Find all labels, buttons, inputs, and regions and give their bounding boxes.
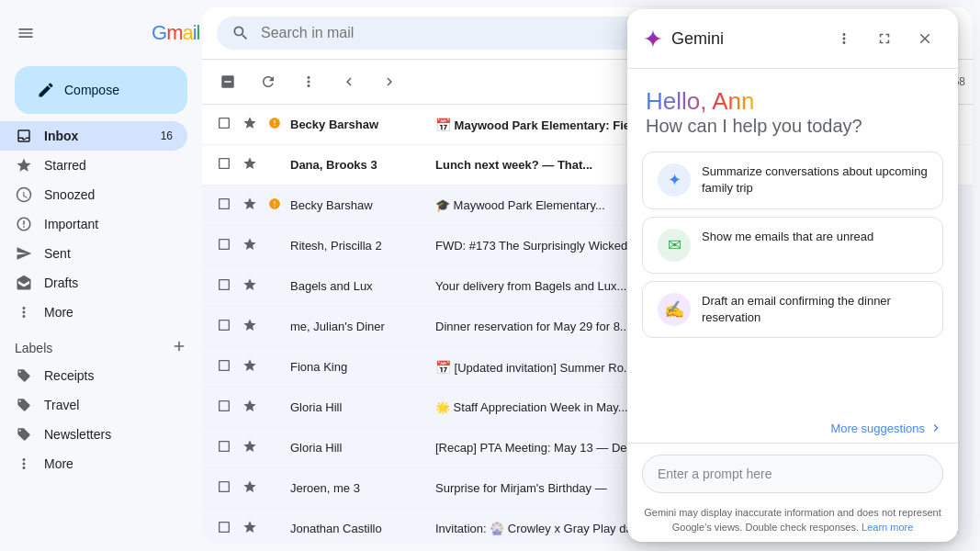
row-checkbox[interactable] bbox=[217, 116, 235, 133]
row-checkbox[interactable] bbox=[217, 197, 235, 214]
gemini-subtitle: How can I help you today? bbox=[646, 116, 940, 137]
prev-page-button[interactable] bbox=[331, 63, 367, 100]
star-button[interactable] bbox=[242, 156, 261, 174]
email-sender: Ritesh, Priscilla 2 bbox=[290, 239, 428, 253]
add-label-button[interactable] bbox=[171, 338, 187, 357]
more-labels-label: More bbox=[44, 456, 73, 471]
gemini-close-button[interactable] bbox=[907, 20, 943, 57]
star-button[interactable] bbox=[242, 439, 261, 456]
row-checkbox[interactable] bbox=[217, 358, 235, 376]
suggestion-card-2[interactable]: ✉ Show me emails that are unread bbox=[642, 217, 943, 274]
gemini-expand-button[interactable] bbox=[866, 20, 903, 57]
sidebar-item-drafts[interactable]: Drafts bbox=[0, 268, 187, 298]
suggestions-area: ✦ Summarize conversations about upcoming… bbox=[627, 144, 958, 417]
travel-label: Travel bbox=[44, 398, 79, 412]
suggestion-icon-3: ✍ bbox=[658, 293, 691, 326]
important-icon bbox=[268, 117, 283, 132]
row-checkbox[interactable] bbox=[217, 237, 235, 254]
star-button[interactable] bbox=[242, 277, 261, 295]
star-button[interactable] bbox=[242, 197, 261, 214]
receipts-label: Receipts bbox=[44, 368, 94, 383]
row-checkbox[interactable] bbox=[217, 479, 235, 497]
sidebar-item-sent[interactable]: Sent bbox=[0, 239, 187, 268]
gemini-input-area: Enter a prompt here bbox=[627, 443, 958, 500]
sidebar-item-travel[interactable]: Travel bbox=[0, 390, 187, 420]
next-page-button[interactable] bbox=[371, 63, 408, 100]
important-icon bbox=[15, 215, 33, 233]
star-button[interactable] bbox=[242, 520, 261, 537]
email-sender: Gloria Hill bbox=[290, 441, 428, 455]
suggestion-card-1[interactable]: ✦ Summarize conversations about upcoming… bbox=[642, 152, 943, 208]
suggestion-icon-2: ✉ bbox=[658, 229, 691, 262]
row-checkbox[interactable] bbox=[217, 439, 235, 456]
sidebar-item-important[interactable]: Important bbox=[0, 209, 187, 239]
newsletters-label: Newsletters bbox=[44, 427, 111, 442]
more-suggestions-label: More suggestions bbox=[830, 422, 925, 435]
more-suggestions-row[interactable]: More suggestions bbox=[627, 417, 958, 443]
email-sender: Jonathan Castillo bbox=[290, 522, 428, 535]
email-sender: Fiona King bbox=[290, 360, 428, 374]
chevron-right-icon bbox=[929, 421, 943, 435]
suggestion-card-3[interactable]: ✍ Draft an email confirming the dinner r… bbox=[642, 281, 943, 338]
suggestion-text-3: Draft an email confirming the dinner res… bbox=[702, 293, 928, 326]
row-checkbox[interactable] bbox=[217, 318, 235, 335]
inbox-label: Inbox bbox=[44, 129, 150, 143]
sidebar-item-receipts[interactable]: Receipts bbox=[0, 361, 187, 390]
suggestion-text-1: Summarize conversations about upcoming f… bbox=[702, 163, 928, 197]
important-label: Important bbox=[44, 217, 173, 231]
starred-label: Starred bbox=[44, 158, 173, 173]
row-checkbox[interactable] bbox=[217, 156, 235, 174]
sidebar-item-starred[interactable]: Starred bbox=[0, 151, 187, 180]
sidebar-item-snoozed[interactable]: Snoozed bbox=[0, 180, 187, 209]
sidebar-item-newsletters[interactable]: Newsletters bbox=[0, 420, 187, 449]
sent-label: Sent bbox=[44, 246, 173, 261]
logo-area: Gmail bbox=[0, 7, 202, 59]
star-button[interactable] bbox=[242, 479, 261, 497]
gemini-disclaimer: Gemini may display inaccurate informatio… bbox=[627, 500, 958, 542]
snoozed-label: Snoozed bbox=[44, 187, 173, 202]
gemini-header: Gemini bbox=[627, 9, 958, 69]
sidebar-item-more-labels[interactable]: More bbox=[0, 449, 187, 478]
refresh-button[interactable] bbox=[250, 63, 287, 100]
gemini-title: Gemini bbox=[671, 29, 818, 49]
row-checkbox[interactable] bbox=[217, 399, 235, 416]
star-button[interactable] bbox=[242, 399, 261, 416]
more-options-button[interactable] bbox=[290, 63, 327, 100]
calendar-icon: 📅 bbox=[435, 360, 451, 375]
gmail-logo: Gmail bbox=[50, 15, 199, 51]
gemini-hero: Hello, Ann How can I help you today? bbox=[627, 69, 958, 144]
star-button[interactable] bbox=[242, 358, 261, 376]
gemini-input-box[interactable]: Enter a prompt here bbox=[642, 455, 943, 493]
row-checkbox[interactable] bbox=[217, 277, 235, 295]
email-sender: Gloria Hill bbox=[290, 400, 428, 414]
email-sender: Becky Barshaw bbox=[290, 198, 428, 212]
inbox-icon bbox=[15, 127, 33, 145]
important-icon bbox=[268, 197, 283, 213]
suggestion-icon-1: ✦ bbox=[658, 163, 691, 197]
sidebar-item-more[interactable]: More bbox=[0, 298, 187, 327]
sidebar-item-inbox[interactable]: Inbox 16 bbox=[0, 121, 187, 151]
star-button[interactable] bbox=[242, 237, 261, 254]
snoozed-icon bbox=[15, 186, 33, 204]
star-icon bbox=[15, 156, 33, 174]
email-sender: Becky Barshaw bbox=[290, 118, 428, 131]
gemini-menu-button[interactable] bbox=[826, 20, 862, 57]
calendar-icon: 📅 bbox=[435, 118, 451, 132]
more-labels-icon bbox=[15, 455, 33, 473]
suggestion-text-2: Show me emails that are unread bbox=[702, 229, 873, 245]
drafts-icon bbox=[15, 274, 33, 292]
star-button[interactable] bbox=[242, 318, 261, 335]
gemini-panel: Gemini Hello, Ann How can I help you tod… bbox=[627, 9, 958, 542]
labels-header: Labels bbox=[0, 334, 202, 361]
email-sender: Dana, Brooks 3 bbox=[290, 158, 428, 172]
search-icon bbox=[231, 24, 250, 42]
label-icon-travel bbox=[15, 396, 33, 414]
star-button[interactable] bbox=[242, 116, 261, 133]
compose-button[interactable]: Compose bbox=[15, 66, 187, 114]
hamburger-icon[interactable] bbox=[7, 15, 44, 51]
row-checkbox[interactable] bbox=[217, 520, 235, 537]
sent-icon bbox=[15, 244, 33, 263]
sidebar: Gmail Compose Inbox 16 Starred bbox=[0, 0, 202, 551]
select-all-button[interactable] bbox=[209, 63, 246, 100]
disclaimer-link[interactable]: Learn more bbox=[862, 522, 913, 533]
